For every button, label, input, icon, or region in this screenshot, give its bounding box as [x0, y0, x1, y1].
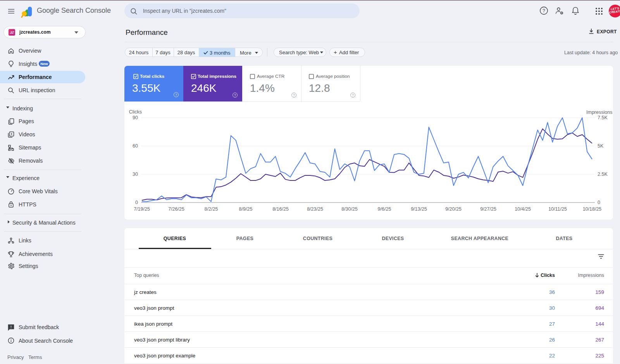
svg-text:0: 0 — [135, 200, 138, 205]
svg-text:30: 30 — [133, 172, 138, 177]
svg-text:60: 60 — [133, 143, 138, 149]
svg-text:8/9/25: 8/9/25 — [239, 206, 253, 212]
svg-text:7/26/25: 7/26/25 — [168, 206, 184, 212]
svg-text:2.5K: 2.5K — [598, 172, 608, 177]
svg-text:7.5K: 7.5K — [598, 115, 608, 120]
svg-text:Clicks: Clicks — [129, 109, 142, 115]
svg-text:8/23/25: 8/23/25 — [307, 206, 323, 212]
svg-text:8/2/25: 8/2/25 — [205, 206, 218, 212]
svg-text:9/13/25: 9/13/25 — [411, 206, 427, 212]
svg-text:5K: 5K — [598, 143, 604, 149]
svg-text:90: 90 — [133, 115, 138, 120]
svg-text:10/18/25: 10/18/25 — [583, 206, 602, 212]
svg-text:9/27/25: 9/27/25 — [480, 206, 496, 212]
svg-text:Impressions: Impressions — [586, 110, 612, 115]
svg-text:10/4/25: 10/4/25 — [515, 206, 531, 212]
svg-text:0: 0 — [598, 200, 600, 205]
svg-text:8/16/25: 8/16/25 — [272, 206, 289, 212]
svg-text:8/30/25: 8/30/25 — [341, 206, 358, 212]
svg-text:9/20/25: 9/20/25 — [445, 206, 462, 212]
svg-text:7/19/25: 7/19/25 — [134, 206, 150, 212]
svg-text:9/6/25: 9/6/25 — [378, 206, 391, 212]
svg-text:10/11/25: 10/11/25 — [548, 206, 567, 212]
svg-text:?: ? — [542, 8, 545, 14]
